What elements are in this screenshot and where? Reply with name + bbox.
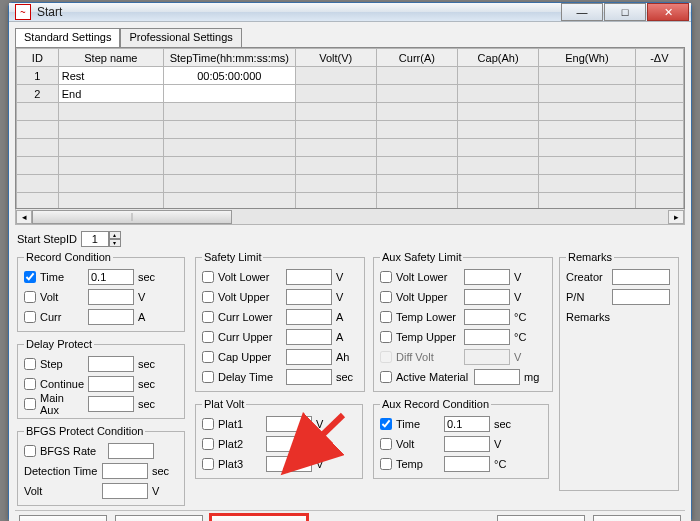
aux-record-condition-group: Aux Record Condition Timesec VoltV Temp°… — [373, 398, 549, 479]
safety-voltlower-input[interactable] — [286, 269, 332, 285]
start-stepid-spinner[interactable]: ▴ ▾ — [81, 231, 121, 247]
plat1-input[interactable] — [266, 416, 312, 432]
client-area: Standard Settings Professional Settings … — [9, 22, 691, 521]
safety-currupper-input[interactable] — [286, 329, 332, 345]
scroll-right-icon[interactable]: ▸ — [668, 210, 684, 224]
plat-volt-group: Plat Volt Plat1V Plat2V Plat3V — [195, 398, 363, 479]
backup-setting-button[interactable]: Backup Setting — [211, 515, 307, 521]
record-condition-group: Record Condition Time sec Volt V — [17, 251, 185, 332]
plat2-check[interactable] — [202, 438, 214, 450]
record-time-input[interactable] — [88, 269, 134, 285]
grid-hscrollbar[interactable]: ◂ ‖ ▸ — [15, 209, 685, 225]
plat3-check[interactable] — [202, 458, 214, 470]
active-material-check[interactable] — [380, 371, 392, 383]
scroll-left-icon[interactable]: ◂ — [16, 210, 32, 224]
record-curr-input[interactable] — [88, 309, 134, 325]
auxrec-temp-input[interactable] — [444, 456, 490, 472]
ok-button[interactable]: OK — [497, 515, 585, 521]
titlebar[interactable]: ~ Start — □ ✕ — [9, 3, 691, 22]
record-volt-check[interactable] — [24, 291, 36, 303]
aux-diffvolt-check — [380, 351, 392, 363]
delay-continue-input[interactable] — [88, 376, 134, 392]
button-bar: Save Load Backup Setting OK Cancel — [15, 510, 685, 521]
safety-delaytime-input[interactable] — [286, 369, 332, 385]
plat1-check[interactable] — [202, 418, 214, 430]
col-step-name[interactable]: Step name — [58, 49, 163, 67]
tab-professional-settings[interactable]: Professional Settings — [120, 28, 241, 48]
aux-templower-check[interactable] — [380, 311, 392, 323]
maximize-button[interactable]: □ — [604, 3, 646, 21]
delay-step-check[interactable] — [24, 358, 36, 370]
aux-voltupper-check[interactable] — [380, 291, 392, 303]
pn-input[interactable] — [612, 289, 670, 305]
tabstrip: Standard Settings Professional Settings — [15, 28, 685, 48]
record-curr-check[interactable] — [24, 311, 36, 323]
safety-capupper-input[interactable] — [286, 349, 332, 365]
aux-voltlower-input[interactable] — [464, 269, 510, 285]
safety-limit-group: Safety Limit Volt LowerV Volt UpperV Cur… — [195, 251, 365, 392]
bfgs-rate-input[interactable] — [108, 443, 154, 459]
auxrec-time-input[interactable] — [444, 416, 490, 432]
start-stepid-input[interactable] — [81, 231, 109, 247]
safety-voltupper-check[interactable] — [202, 291, 214, 303]
auxrec-time-check[interactable] — [380, 418, 392, 430]
scroll-thumb[interactable]: ‖ — [32, 210, 232, 224]
minimize-button[interactable]: — — [561, 3, 603, 21]
bfgs-protect-group: BFGS Protect Condition BFGS Rate Detecti… — [17, 425, 185, 506]
creator-input[interactable] — [612, 269, 670, 285]
safety-capupper-check[interactable] — [202, 351, 214, 363]
cancel-button[interactable]: Cancel — [593, 515, 681, 521]
aux-diffvolt-input — [464, 349, 510, 365]
delay-mainaux-input[interactable] — [88, 396, 134, 412]
active-material-input[interactable] — [474, 369, 520, 385]
col-volt[interactable]: Volt(V) — [295, 49, 376, 67]
col-curr[interactable]: Curr(A) — [376, 49, 457, 67]
app-icon: ~ — [15, 4, 31, 20]
plat3-input[interactable] — [266, 456, 312, 472]
col-cap[interactable]: Cap(Ah) — [457, 49, 538, 67]
delay-continue-check[interactable] — [24, 378, 36, 390]
col-dv[interactable]: -ΔV — [635, 49, 683, 67]
settings-panels: Start StepID ▴ ▾ Record Condition — [15, 225, 685, 510]
aux-tempupper-check[interactable] — [380, 331, 392, 343]
close-button[interactable]: ✕ — [647, 3, 689, 21]
safety-voltupper-input[interactable] — [286, 289, 332, 305]
app-window: ~ Start — □ ✕ Standard Settings Professi… — [8, 2, 692, 520]
safety-currlower-check[interactable] — [202, 311, 214, 323]
col-step-time[interactable]: StepTime(hh:mm:ss:ms) — [164, 49, 296, 67]
col-eng[interactable]: Eng(Wh) — [539, 49, 636, 67]
grid-header-row: ID Step name StepTime(hh:mm:ss:ms) Volt(… — [17, 49, 684, 67]
save-button[interactable]: Save — [19, 515, 107, 521]
bfgs-volt-input[interactable] — [102, 483, 148, 499]
safety-delaytime-check[interactable] — [202, 371, 214, 383]
load-button[interactable]: Load — [115, 515, 203, 521]
plat2-input[interactable] — [266, 436, 312, 452]
aux-voltupper-input[interactable] — [464, 289, 510, 305]
safety-voltlower-check[interactable] — [202, 271, 214, 283]
aux-tempupper-input[interactable] — [464, 329, 510, 345]
bfgs-rate-check[interactable] — [24, 445, 36, 457]
bfgs-detection-input[interactable] — [102, 463, 148, 479]
auxrec-temp-check[interactable] — [380, 458, 392, 470]
spin-up-icon[interactable]: ▴ — [109, 231, 121, 239]
delay-step-input[interactable] — [88, 356, 134, 372]
start-stepid-label: Start StepID — [17, 233, 77, 245]
window-title: Start — [37, 5, 560, 19]
record-time-check[interactable] — [24, 271, 36, 283]
table-row[interactable]: 1 Rest 00:05:00:000 — [17, 67, 684, 85]
spin-down-icon[interactable]: ▾ — [109, 239, 121, 247]
auxrec-volt-input[interactable] — [444, 436, 490, 452]
aux-voltlower-check[interactable] — [380, 271, 392, 283]
col-id[interactable]: ID — [17, 49, 59, 67]
tab-standard-settings[interactable]: Standard Settings — [15, 28, 120, 48]
aux-templower-input[interactable] — [464, 309, 510, 325]
auxrec-volt-check[interactable] — [380, 438, 392, 450]
table-row[interactable]: 2 End — [17, 85, 684, 103]
safety-currupper-check[interactable] — [202, 331, 214, 343]
delay-protect-group: Delay Protect Step sec Continue sec — [17, 338, 185, 419]
delay-mainaux-check[interactable] — [24, 398, 36, 410]
safety-currlower-input[interactable] — [286, 309, 332, 325]
record-volt-input[interactable] — [88, 289, 134, 305]
step-grid[interactable]: ID Step name StepTime(hh:mm:ss:ms) Volt(… — [15, 47, 685, 209]
remarks-group: Remarks Creator P/N Remarks — [559, 251, 679, 491]
